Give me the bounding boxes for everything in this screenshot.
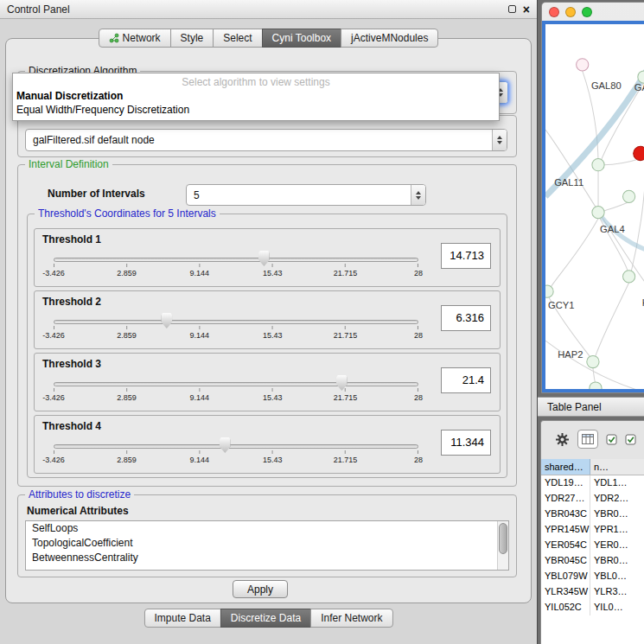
table-row[interactable]: YPR145W YPR1…	[541, 522, 644, 538]
column-header-shared-name[interactable]: shared…	[541, 459, 590, 475]
threshold-1-value-field[interactable]: 14.713	[441, 243, 491, 269]
network-edges	[545, 71, 644, 389]
tab-jactivemnodules[interactable]: jActiveMNodules	[341, 29, 438, 48]
settings-gear-icon[interactable]	[555, 432, 570, 447]
show-columns-icon[interactable]	[577, 430, 598, 449]
table-row[interactable]: YBR043C YBR0…	[541, 507, 644, 522]
threshold-1-slider[interactable]: -3.426 2.859 9.144 15.43 21.715 28	[48, 250, 424, 284]
deselect-all-rows-icon[interactable]	[625, 434, 636, 445]
table-row[interactable]: YDL19… YDL1…	[541, 475, 644, 491]
table-toolbar	[541, 421, 644, 457]
tab-infer-network[interactable]: Infer Network	[310, 609, 392, 628]
window-title: Control Panel	[7, 3, 70, 16]
threshold-4-slider[interactable]: -3.426 2.859 9.144 15.43 21.715 28	[48, 437, 424, 471]
bottom-tabbar: Impute Data Discretize Data Infer Networ…	[143, 609, 392, 628]
table-data-value: galFiltered.sif default node	[26, 134, 492, 146]
network-node[interactable]	[590, 382, 602, 389]
threshold-3-slider[interactable]: -3.426 2.859 9.144 15.43 21.715 28	[48, 374, 424, 409]
slider-track[interactable]	[54, 258, 418, 262]
attributes-list: SelfLoops TopologicalCoefficient Between…	[25, 520, 509, 571]
scrollbar[interactable]	[497, 521, 508, 570]
slider-scale: -3.426 2.859 9.144 15.43 21.715 28	[54, 456, 418, 466]
close-icon[interactable]: ×	[523, 3, 530, 16]
minimize-traffic-icon[interactable]	[565, 7, 576, 17]
tab-label: Cyni Toolbox	[272, 32, 331, 44]
threshold-3-value-field[interactable]: 21.4	[441, 367, 491, 393]
slider-track[interactable]	[54, 320, 418, 324]
list-item[interactable]: SelfLoops	[26, 521, 508, 536]
slider-ticks	[54, 326, 418, 329]
threshold-2-panel: Threshold 2 -3.426 2.859 9.144 15.43 21.…	[34, 290, 501, 349]
table-row[interactable]: YIL052C YIL0…	[541, 600, 644, 615]
tab-style[interactable]: Style	[170, 29, 214, 48]
node-label: GCY1	[548, 300, 574, 310]
number-of-intervals-combobox[interactable]: 5	[186, 184, 426, 206]
threshold-2-value-field[interactable]: 6.316	[441, 305, 491, 331]
network-node[interactable]	[622, 190, 634, 202]
slider-track[interactable]	[54, 444, 418, 449]
right-dock: GAL80 GA GAL11 GAL4 GCY1 H HAP2 Table Pa…	[538, 0, 644, 644]
threshold-2-slider[interactable]: -3.426 2.859 9.144 15.43 21.715 28	[48, 312, 424, 347]
scrollbar-thumb[interactable]	[499, 523, 507, 554]
network-canvas[interactable]: GAL80 GA GAL11 GAL4 GCY1 H HAP2	[545, 24, 644, 389]
threshold-4-panel: Threshold 4 -3.426 2.859 9.144 15.43 21.…	[34, 415, 501, 474]
tab-label: Impute Data	[154, 612, 210, 624]
threshold-3-panel: Threshold 3 -3.426 2.859 9.144 15.43 21.…	[34, 353, 501, 411]
network-node[interactable]	[545, 285, 553, 297]
tab-label: jActiveMNodules	[351, 32, 428, 44]
node-label: GAL80	[591, 80, 622, 91]
tab-label: Select	[223, 32, 252, 44]
control-panel-window: Control Panel × Network Style Select Cyn…	[0, 0, 538, 644]
network-node[interactable]	[622, 271, 634, 283]
network-view-window: GAL80 GA GAL11 GAL4 GCY1 H HAP2	[541, 2, 644, 393]
table-row[interactable]: YDR27… YDR2…	[541, 491, 644, 507]
dropdown-option-equal-width-frequency[interactable]: Equal Width/Frequency Discretization	[13, 103, 499, 117]
slider-scale: -3.426 2.859 9.144 15.43 21.715 28	[54, 331, 418, 341]
table-row[interactable]: YLR345W YLR3…	[541, 584, 644, 600]
group-title: Interval Definition	[25, 158, 112, 170]
zoom-traffic-icon[interactable]	[582, 7, 592, 17]
threshold-label: Threshold 1	[42, 233, 101, 245]
table-row[interactable]: YER054C YER0…	[541, 538, 644, 553]
table-row[interactable]: YBL079W YBL0…	[541, 569, 644, 584]
select-all-rows-icon[interactable]	[606, 434, 617, 445]
interval-definition-group: Interval Definition Number of Intervals …	[17, 164, 517, 487]
stepper-icon[interactable]	[411, 185, 425, 205]
tab-impute-data[interactable]: Impute Data	[143, 609, 220, 628]
list-item[interactable]: BetweennessCentrality	[26, 551, 508, 565]
tab-network[interactable]: Network	[99, 29, 171, 48]
number-of-intervals-value: 5	[187, 189, 411, 201]
slider-ticks	[54, 450, 418, 454]
network-node-selected-red[interactable]	[634, 146, 644, 160]
node-label: GAL4	[600, 224, 625, 234]
tab-cyni-toolbox[interactable]: Cyni Toolbox	[262, 29, 341, 48]
stepper-icon[interactable]	[492, 130, 507, 150]
table-data-group: Table Data galFiltered.sif default node	[17, 115, 517, 157]
network-nodes	[545, 59, 644, 389]
tab-select[interactable]: Select	[213, 29, 262, 48]
close-traffic-icon[interactable]	[549, 7, 559, 17]
list-item[interactable]: TopologicalCoefficient	[26, 536, 508, 551]
slider-track[interactable]	[54, 382, 418, 386]
tab-label: Discretize Data	[231, 612, 301, 624]
threshold-4-value-field[interactable]: 11.344	[441, 430, 491, 456]
apply-button[interactable]: Apply	[233, 580, 288, 598]
algorithm-dropdown-popup: Select algorithm to view settings Manual…	[12, 73, 500, 121]
table-data-combobox[interactable]: galFiltered.sif default node	[25, 129, 507, 151]
dropdown-placeholder: Select algorithm to view settings	[13, 75, 499, 89]
dropdown-option-manual-discretization[interactable]: Manual Discretization	[13, 89, 499, 103]
network-node[interactable]	[592, 159, 604, 171]
network-node[interactable]	[577, 59, 589, 71]
tab-discretize-data[interactable]: Discretize Data	[220, 609, 311, 628]
network-node[interactable]	[587, 355, 599, 367]
group-title: Attributes to discretize	[25, 488, 134, 501]
float-window-icon[interactable]	[508, 5, 516, 13]
table-panel-titlebar: Table Panel	[538, 397, 644, 417]
column-header-name[interactable]: n…	[590, 459, 644, 475]
slider-ticks	[54, 388, 418, 392]
table-header-row: shared… n…	[541, 459, 644, 475]
table-row[interactable]: YBR045C YBR0…	[541, 553, 644, 569]
slider-ticks	[54, 264, 418, 267]
thresholds-group: Threshold's Coordinates for 5 Intervals …	[27, 214, 507, 478]
network-node[interactable]	[592, 207, 604, 219]
